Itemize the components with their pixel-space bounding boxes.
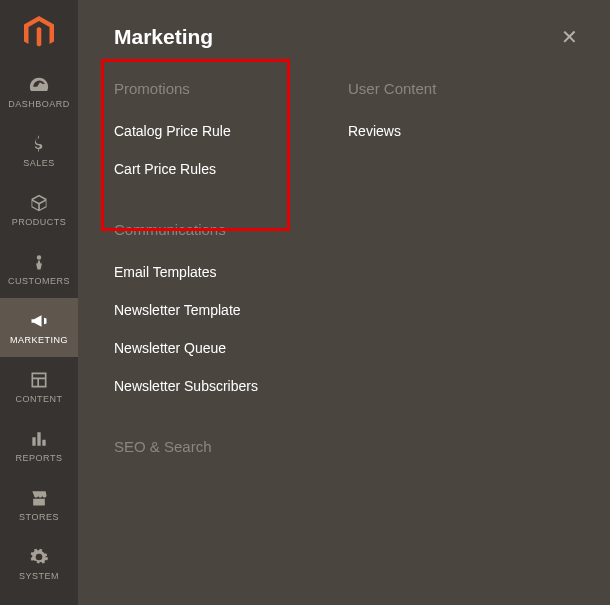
section-title-seo: SEO & Search	[114, 438, 348, 455]
layout-icon	[28, 369, 50, 391]
sidebar-item-reports[interactable]: REPORTS	[0, 416, 78, 475]
sidebar-item-label: PRODUCTS	[12, 217, 67, 227]
column-left: Promotions Catalog Price Rule Cart Price…	[114, 80, 348, 499]
sidebar-item-stores[interactable]: STORES	[0, 475, 78, 534]
sidebar-item-label: CUSTOMERS	[8, 276, 70, 286]
sidebar-item-label: DASHBOARD	[8, 99, 70, 109]
section-promotions: Promotions Catalog Price Rule Cart Price…	[114, 80, 348, 177]
sidebar-item-content[interactable]: CONTENT	[0, 357, 78, 416]
sidebar-item-label: MARKETING	[10, 335, 68, 345]
sidebar-item-system[interactable]: SYSTEM	[0, 534, 78, 593]
sidebar-item-customers[interactable]: CUSTOMERS	[0, 239, 78, 298]
panel-title: Marketing	[114, 25, 213, 49]
section-communications: Communications Email Templates Newslette…	[114, 221, 348, 394]
panel-header: Marketing ✕	[114, 16, 582, 58]
marketing-flyout-panel: Marketing ✕ Promotions Catalog Price Rul…	[78, 0, 610, 605]
megaphone-icon	[28, 310, 50, 332]
panel-columns: Promotions Catalog Price Rule Cart Price…	[114, 80, 582, 499]
sidebar-item-label: REPORTS	[16, 453, 63, 463]
admin-sidebar: DASHBOARD SALES PRODUCTS CUSTOMERS MARKE…	[0, 0, 78, 605]
dollar-icon	[28, 133, 50, 155]
person-icon	[28, 251, 50, 273]
cube-icon	[28, 192, 50, 214]
link-newsletter-template[interactable]: Newsletter Template	[114, 302, 348, 318]
gear-icon	[28, 546, 50, 568]
link-cart-price-rules[interactable]: Cart Price Rules	[114, 161, 348, 177]
link-newsletter-subscribers[interactable]: Newsletter Subscribers	[114, 378, 348, 394]
gauge-icon	[28, 74, 50, 96]
sidebar-item-label: SYSTEM	[19, 571, 59, 581]
sidebar-item-dashboard[interactable]: DASHBOARD	[0, 62, 78, 121]
link-reviews[interactable]: Reviews	[348, 123, 582, 139]
sidebar-item-label: STORES	[19, 512, 59, 522]
section-user-content: User Content Reviews	[348, 80, 582, 139]
magento-logo[interactable]	[0, 6, 78, 60]
sidebar-item-label: CONTENT	[16, 394, 63, 404]
sidebar-item-products[interactable]: PRODUCTS	[0, 180, 78, 239]
sidebar-item-sales[interactable]: SALES	[0, 121, 78, 180]
column-right: User Content Reviews	[348, 80, 582, 499]
link-catalog-price-rule[interactable]: Catalog Price Rule	[114, 123, 348, 139]
link-newsletter-queue[interactable]: Newsletter Queue	[114, 340, 348, 356]
sidebar-item-marketing[interactable]: MARKETING	[0, 298, 78, 357]
section-seo-search: SEO & Search	[114, 438, 348, 455]
section-title-user-content: User Content	[348, 80, 582, 97]
sidebar-item-label: SALES	[23, 158, 55, 168]
storefront-icon	[28, 487, 50, 509]
link-email-templates[interactable]: Email Templates	[114, 264, 348, 280]
section-title-promotions: Promotions	[114, 80, 348, 97]
bar-chart-icon	[28, 428, 50, 450]
section-title-communications: Communications	[114, 221, 348, 238]
close-icon[interactable]: ✕	[557, 25, 582, 49]
